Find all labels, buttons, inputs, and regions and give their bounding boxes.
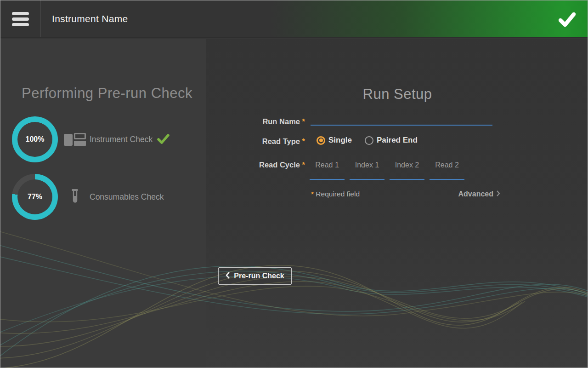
advanced-label: Advanced — [458, 190, 493, 198]
run-setup-title: Run Setup — [206, 86, 588, 103]
consumables-check-percent: 77% — [28, 193, 42, 201]
radio-paired-end[interactable]: Paired End — [365, 136, 418, 145]
index2-input[interactable] — [390, 160, 424, 180]
read-type-label: Read Type * — [206, 137, 305, 146]
radio-single-label: Single — [328, 136, 352, 145]
header-check-icon[interactable] — [559, 12, 576, 29]
read1-input[interactable] — [310, 160, 345, 180]
required-field-note: * Required field — [311, 190, 360, 198]
index1-input[interactable] — [350, 160, 384, 180]
consumables-check-label: Consumables Check — [90, 192, 164, 202]
required-asterisk: * — [302, 117, 305, 126]
hamburger-icon — [12, 10, 29, 29]
read-type-radio-group: Single Paired End — [317, 136, 418, 145]
consumables-check-row: 77% Consumables Check — [12, 174, 164, 220]
advanced-link[interactable]: Advanced — [458, 189, 500, 199]
required-asterisk: * — [302, 161, 305, 169]
chevron-right-icon — [496, 190, 500, 199]
required-asterisk: * — [311, 190, 314, 198]
app-window: Instrument Name — [0, 0, 588, 368]
read2-input[interactable] — [430, 160, 464, 180]
read-cycle-inputs — [310, 160, 469, 180]
instrument-check-progress-ring: 100% — [12, 116, 58, 162]
instrument-check-row: 100% Instrument Check — [12, 116, 170, 162]
consumables-check-progress-ring: 77% — [12, 174, 58, 220]
radio-single[interactable]: Single — [317, 136, 352, 145]
instrument-check-label: Instrument Check — [90, 135, 153, 144]
run-setup-form: Run Setup Run Name * Read Type * Single … — [206, 39, 588, 368]
main-area: Performing Pre-run Check 100% Instrument… — [0, 39, 588, 368]
instrument-name-title: Instrument Name — [52, 0, 128, 37]
chevron-left-icon — [226, 271, 230, 281]
pre-run-check-back-button[interactable]: Pre-run Check — [218, 267, 292, 285]
run-name-label: Run Name * — [206, 117, 305, 126]
test-tube-icon — [71, 189, 79, 205]
instrument-check-percent: 100% — [26, 135, 45, 144]
header-bar: Instrument Name — [0, 0, 588, 38]
sequencer-icon — [64, 133, 86, 146]
radio-unselected-icon — [365, 136, 373, 145]
pre-run-title: Performing Pre-run Check — [22, 85, 192, 102]
radio-paired-end-label: Paired End — [377, 136, 418, 145]
check-complete-icon — [157, 134, 170, 146]
required-asterisk: * — [302, 137, 305, 145]
radio-selected-icon — [317, 136, 325, 145]
run-name-input[interactable] — [311, 113, 492, 126]
menu-button[interactable] — [0, 0, 40, 37]
read-cycle-label: Read Cycle * — [206, 161, 305, 169]
back-button-label: Pre-run Check — [234, 272, 284, 280]
